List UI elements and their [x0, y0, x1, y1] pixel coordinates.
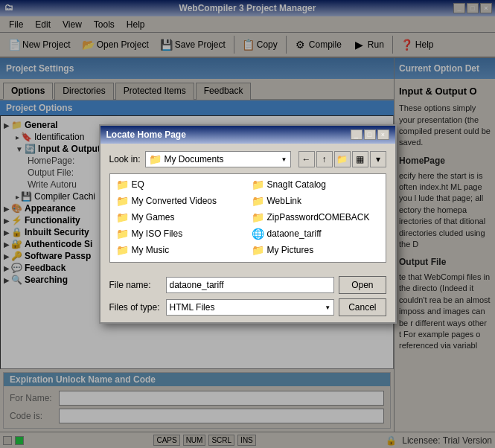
- music-folder-icon: 📁: [116, 244, 129, 256]
- file-item-dataone[interactable]: 🌐 dataone_tariff: [249, 226, 383, 241]
- file-item-snagit[interactable]: 📁 SnagIt Catalog: [249, 177, 383, 192]
- pictures-folder-icon: 📁: [252, 244, 264, 256]
- iso-folder-icon: 📁: [116, 228, 129, 240]
- modal-close[interactable]: ×: [377, 129, 389, 140]
- file-item-zippassword[interactable]: 📁 ZipPasswordCOMEBACK: [249, 210, 383, 225]
- look-in-dropdown[interactable]: 📁 My Documents ▼: [145, 151, 291, 167]
- nav-view-button[interactable]: ▦: [352, 151, 368, 167]
- zippassword-icon: 📁: [252, 211, 264, 223]
- modal-minimize[interactable]: _: [351, 129, 363, 140]
- files-grid[interactable]: 📁 EQ 📁 SnagIt Catalog 📁 My Converted Vid…: [109, 173, 386, 263]
- modal-maximize[interactable]: □: [364, 129, 376, 140]
- modal-body: Look in: 📁 My Documents ▼ ← ↑ 📁 ▦ ▾: [100, 144, 395, 270]
- snagit-folder-icon: 📁: [252, 179, 264, 191]
- look-in-label: Look in:: [109, 154, 141, 164]
- filetype-row: Files of type: HTML Files ▼ Cancel: [109, 298, 386, 316]
- file-item-iso[interactable]: 📁 My ISO Files: [113, 226, 247, 241]
- filetype-value: HTML Files: [170, 302, 215, 313]
- look-in-arrow: ▼: [281, 156, 287, 163]
- modal-controls: _ □ ×: [351, 129, 389, 140]
- games-folder-icon: 📁: [116, 211, 129, 223]
- look-in-row: Look in: 📁 My Documents ▼ ← ↑ 📁 ▦ ▾: [109, 151, 386, 167]
- look-in-value: My Documents: [165, 154, 224, 164]
- file-item-eq[interactable]: 📁 EQ: [113, 177, 247, 192]
- folder-icon: 📁: [149, 153, 162, 165]
- filename-input[interactable]: [166, 277, 335, 293]
- locate-home-page-dialog: Locate Home Page _ □ × Look in: 📁 My Doc…: [99, 124, 397, 324]
- file-item-games[interactable]: 📁 My Games: [113, 210, 247, 225]
- file-item-pictures[interactable]: 📁 My Pictures: [249, 243, 383, 257]
- filename-row: File name: Open: [109, 276, 386, 294]
- file-item-music[interactable]: 📁 My Music: [113, 243, 247, 257]
- file-item-converted-videos[interactable]: 📁 My Converted Videos: [113, 193, 247, 208]
- modal-title-bar: Locate Home Page _ □ ×: [100, 126, 395, 144]
- modal-title: Locate Home Page: [106, 129, 186, 140]
- eq-folder-icon: 📁: [116, 179, 129, 191]
- filename-label: File name:: [109, 280, 162, 290]
- weblink-icon: 📁: [252, 195, 264, 207]
- filetype-label: Files of type:: [109, 302, 162, 313]
- filetype-arrow: ▼: [325, 304, 330, 311]
- modal-footer: File name: Open Files of type: HTML File…: [100, 270, 395, 322]
- cancel-button[interactable]: Cancel: [339, 298, 386, 316]
- file-item-weblink[interactable]: 📁 WebLink: [249, 193, 383, 208]
- filetype-dropdown[interactable]: HTML Files ▼: [166, 299, 335, 316]
- nav-back-button[interactable]: ←: [298, 151, 315, 167]
- dataone-file-icon: 🌐: [252, 228, 264, 240]
- nav-buttons: ← ↑ 📁 ▦ ▾: [298, 151, 386, 167]
- converted-videos-icon: 📁: [116, 195, 129, 207]
- open-button[interactable]: Open: [339, 276, 386, 294]
- nav-new-folder-button[interactable]: 📁: [334, 151, 351, 167]
- modal-overlay: Locate Home Page _ □ × Look in: 📁 My Doc…: [0, 0, 495, 448]
- nav-more-button[interactable]: ▾: [370, 151, 386, 167]
- nav-up-button[interactable]: ↑: [316, 151, 333, 167]
